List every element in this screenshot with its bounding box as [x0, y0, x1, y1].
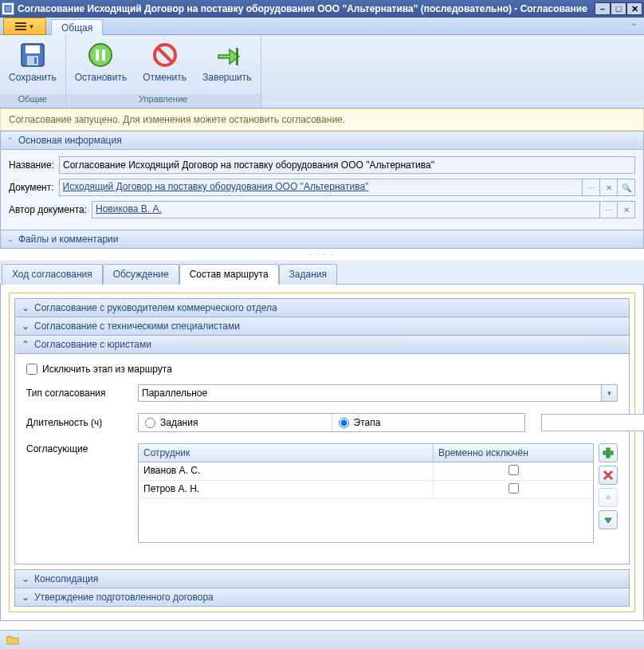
cancel-icon: [151, 41, 179, 69]
section-files-header[interactable]: ⌄ Файлы и комментарии: [0, 230, 644, 249]
author-ellipsis-button[interactable]: ⋯: [600, 201, 618, 218]
app-icon: [2, 2, 14, 15]
titlebar: Согласование Исходящий Договор на постав…: [0, 0, 644, 18]
tab-route[interactable]: Состав маршрута: [179, 264, 279, 285]
status-banner: Согласование запущено. Для изменения мож…: [0, 108, 644, 131]
duration-radio-group: Задания Этапа: [138, 413, 525, 432]
finish-button[interactable]: Завершить: [198, 38, 256, 85]
document-ellipsis-button[interactable]: ⋯: [583, 179, 600, 196]
chevron-up-icon: ⌃: [22, 339, 29, 350]
grid-row[interactable]: Петров А. Н.: [139, 481, 593, 499]
svg-rect-0: [5, 6, 11, 12]
tab-discussion[interactable]: Обсуждение: [103, 264, 179, 285]
grid-excluded-checkbox[interactable]: [509, 465, 519, 475]
document-lookup-button[interactable]: 🔍: [618, 179, 635, 196]
chevron-up-icon: ⌃: [7, 136, 14, 144]
grid-cell-name: Иванов А. С.: [139, 462, 434, 480]
chevron-down-icon: ⌄: [22, 573, 29, 584]
exclude-step-checkbox[interactable]: [26, 364, 37, 375]
cancel-button[interactable]: Отменить: [139, 38, 190, 85]
svg-line-9: [158, 48, 172, 62]
svg-point-5: [89, 44, 112, 66]
route-step-4-header[interactable]: ⌄ Консолидация: [14, 569, 630, 588]
grid-excluded-checkbox[interactable]: [509, 483, 519, 494]
finish-icon: [213, 41, 242, 69]
exclude-step-label: Исключить этап из маршрута: [42, 364, 172, 375]
svg-rect-6: [96, 49, 99, 61]
tab-strip: Ход согласования Обсуждение Состав маршр…: [0, 260, 644, 285]
document-link[interactable]: Исходящий Договор на поставку оборудован…: [59, 179, 583, 196]
chevron-down-icon: ⌄: [22, 592, 29, 603]
ribbon-tab-strip: ▼ Общая ⌃: [0, 18, 644, 35]
svg-rect-12: [603, 451, 613, 454]
grid-delete-button[interactable]: [599, 466, 618, 485]
minimize-button[interactable]: –: [595, 2, 611, 15]
section-basic-info-header[interactable]: ⌃ Основная информация: [0, 131, 644, 150]
window-title: Согласование Исходящий Договор на постав…: [18, 3, 595, 14]
grid-move-up-button[interactable]: [599, 488, 618, 507]
save-icon: [18, 41, 47, 69]
svg-rect-4: [34, 57, 37, 64]
duration-label: Длительность (ч): [26, 417, 130, 428]
ribbon-tab-general[interactable]: Общая: [51, 19, 103, 35]
grid-cell-name: Петров А. Н.: [139, 481, 434, 498]
tab-progress[interactable]: Ход согласования: [2, 264, 103, 285]
name-label: Название:: [9, 159, 54, 171]
tab-tasks[interactable]: Задания: [279, 264, 337, 285]
svg-rect-2: [26, 45, 40, 53]
ribbon-group-manage: Остановить Отменить Завершить Управление: [66, 35, 261, 108]
approval-type-label: Тип согласования: [26, 387, 130, 399]
approval-type-combo[interactable]: [138, 384, 602, 402]
approvers-label: Согласующие: [26, 443, 130, 454]
grid-add-button[interactable]: [599, 443, 618, 462]
chevron-down-icon: ⌄: [7, 235, 14, 243]
chevron-down-icon: ⌄: [22, 302, 29, 313]
author-clear-button[interactable]: ✕: [618, 201, 635, 218]
route-step-3-body: Исключить этап из маршрута Тип согласова…: [14, 354, 630, 564]
pause-icon: [86, 41, 115, 69]
resize-grip[interactable]: · · · ·: [0, 249, 644, 260]
duration-option-task[interactable]: Задания: [139, 414, 332, 431]
approval-type-dropdown-button[interactable]: ▼: [602, 384, 618, 402]
tab-route-pane: ⌄ Согласование с руководителем коммерчес…: [0, 285, 644, 621]
chevron-down-icon: ⌄: [22, 321, 29, 332]
duration-option-stage[interactable]: Этапа: [332, 414, 525, 431]
maximize-button[interactable]: □: [611, 2, 626, 15]
stop-button[interactable]: Остановить: [71, 38, 132, 85]
author-link[interactable]: Новикова В. А.: [92, 201, 600, 218]
route-step-1-header[interactable]: ⌄ Согласование с руководителем коммерчес…: [14, 298, 630, 317]
name-input[interactable]: [59, 156, 635, 174]
content-area: ⌃ Основная информация Название: Документ…: [0, 131, 644, 621]
section-basic-info-body: Название: Документ: Исходящий Договор на…: [0, 150, 644, 230]
folder-icon: [6, 635, 19, 645]
chevron-down-icon: ▼: [29, 23, 35, 30]
menu-icon: [15, 22, 26, 30]
route-step-3-header[interactable]: ⌃ Согласование с юристами: [14, 336, 630, 354]
close-button[interactable]: ✕: [626, 2, 642, 15]
route-step-2-header[interactable]: ⌄ Согласование с техническими специалист…: [14, 317, 630, 336]
duration-radio-task[interactable]: [145, 418, 155, 428]
grid-row[interactable]: Иванов А. С.: [139, 462, 593, 481]
grid-move-down-button[interactable]: [599, 510, 618, 529]
approvers-grid: Сотрудник Временно исключён Иванов А. С.…: [138, 443, 594, 543]
ribbon-group-common: Сохранить Общие: [0, 35, 66, 108]
document-label: Документ:: [9, 182, 54, 193]
ribbon-collapse-button[interactable]: ⌃: [628, 21, 639, 32]
duration-radio-stage[interactable]: [339, 418, 349, 428]
statusbar: [0, 630, 644, 649]
app-menu-button[interactable]: ▼: [3, 18, 46, 35]
duration-spinner-input[interactable]: [541, 414, 644, 431]
author-label: Автор документа:: [9, 204, 87, 215]
document-clear-button[interactable]: ✕: [600, 179, 618, 196]
svg-rect-10: [236, 48, 238, 65]
save-button[interactable]: Сохранить: [5, 38, 61, 85]
grid-col-excluded[interactable]: Временно исключён: [434, 444, 593, 462]
ribbon: Сохранить Общие Остановить Отменить: [0, 35, 644, 108]
route-step-5-header[interactable]: ⌄ Утверждение подготовленного договора: [14, 588, 630, 607]
svg-rect-7: [102, 49, 105, 61]
grid-col-employee[interactable]: Сотрудник: [139, 444, 434, 462]
